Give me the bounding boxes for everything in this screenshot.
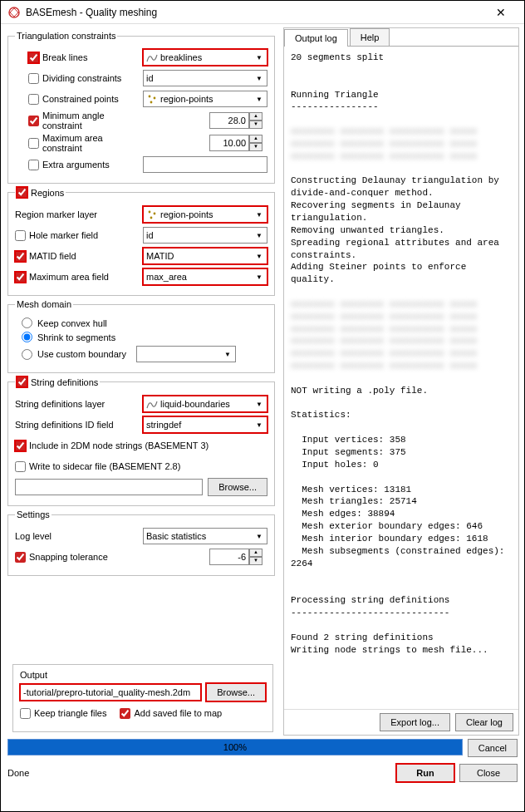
- spin-down-icon[interactable]: ▼: [249, 557, 262, 565]
- string-defs-layer-combo[interactable]: liquid-boundaries ▼: [143, 396, 267, 412]
- regions-checkbox[interactable]: [17, 187, 27, 198]
- snapping-tolerance-checkbox[interactable]: [15, 552, 26, 563]
- progress-bar: 100%: [7, 739, 463, 755]
- constrained-points-checkbox[interactable]: [28, 94, 39, 105]
- spin-up-icon[interactable]: ▲: [249, 112, 262, 121]
- maximum-area-field-checkbox[interactable]: [15, 272, 26, 283]
- maximum-area-field-label[interactable]: Maximum area field: [15, 272, 138, 283]
- chevron-down-icon: ▼: [254, 211, 264, 219]
- point-layer-icon: [146, 209, 158, 220]
- log-level-label: Log level: [15, 531, 138, 541]
- constrained-points-label[interactable]: Constrained points: [15, 94, 138, 105]
- add-saved-file-checkbox[interactable]: [120, 708, 130, 719]
- dividing-constraints-label[interactable]: Dividing constraints: [15, 73, 138, 84]
- triangulation-constraints-group: Triangulation constraints Break lines br…: [7, 31, 275, 184]
- string-defs-layer-label: String definitions layer: [15, 399, 138, 409]
- snapping-tolerance-label[interactable]: Snapping tolerance: [15, 552, 138, 563]
- output-legend: Output: [20, 670, 266, 680]
- settings-group: Settings Log level Basic statistics ▼ Sn…: [7, 509, 275, 576]
- matid-field-label[interactable]: MATID field: [15, 251, 138, 262]
- extra-args-label[interactable]: Extra arguments: [15, 160, 138, 170]
- close-button[interactable]: Close: [459, 764, 518, 782]
- line-layer-icon: [146, 52, 158, 63]
- maximum-area-field-combo[interactable]: max_area ▼: [143, 268, 267, 285]
- chevron-down-icon: ▼: [254, 232, 264, 239]
- sidecar-path-input[interactable]: [15, 479, 203, 495]
- svg-point-5: [154, 213, 156, 215]
- svg-point-2: [154, 97, 156, 100]
- spin-up-icon[interactable]: ▲: [249, 549, 262, 557]
- matid-field-combo[interactable]: MATID ▼: [143, 248, 267, 264]
- output-browse-button[interactable]: Browse...: [206, 683, 266, 701]
- close-icon[interactable]: ✕: [484, 2, 518, 22]
- use-custom-boundary-radio[interactable]: Use custom boundary ▼: [22, 346, 267, 362]
- string-definitions-group: String definitions String definitions la…: [7, 376, 275, 506]
- svg-point-0: [9, 7, 19, 17]
- include-2dm-label[interactable]: Include in 2DM node strings (BASEMENT 3): [15, 440, 209, 451]
- progress-percent: 100%: [223, 742, 247, 752]
- chevron-down-icon: ▼: [254, 401, 264, 408]
- tabs: Output log Help: [284, 28, 518, 47]
- max-area-spinbox[interactable]: ▲▼: [209, 135, 267, 151]
- hole-marker-field-label[interactable]: Hole marker field: [15, 230, 138, 241]
- output-log-pane[interactable]: 20 segments split Running Triangle------…: [284, 47, 518, 709]
- chevron-down-icon: ▼: [223, 351, 233, 358]
- dividing-constraints-checkbox[interactable]: [28, 73, 39, 84]
- min-angle-label[interactable]: Minimum angle constraint: [15, 111, 138, 130]
- break-lines-combo[interactable]: breaklines ▼: [143, 49, 267, 66]
- extra-args-input[interactable]: [143, 156, 267, 173]
- snapping-tolerance-spinbox[interactable]: ▲▼: [209, 549, 267, 565]
- dividing-constraints-combo[interactable]: id ▼: [143, 70, 267, 86]
- string-defs-id-field-combo[interactable]: stringdef ▼: [143, 416, 267, 433]
- write-sidecar-label[interactable]: Write to sidecar file (BASEMENT 2.8): [15, 461, 180, 472]
- add-saved-file-label[interactable]: Add saved file to map: [120, 708, 222, 719]
- keep-triangle-files-checkbox[interactable]: [20, 708, 31, 719]
- max-area-label[interactable]: Maximum area constraint: [15, 133, 138, 153]
- titlebar: BASEmesh - Quality meshing ✕: [1, 1, 524, 24]
- triangulation-legend: Triangulation constraints: [15, 31, 117, 41]
- include-2dm-checkbox[interactable]: [15, 440, 26, 451]
- hole-marker-field-checkbox[interactable]: [15, 230, 26, 241]
- keep-convex-hull-radio[interactable]: Keep convex hull: [22, 317, 267, 328]
- output-path-input[interactable]: [20, 684, 201, 701]
- regions-group: Regions Region marker layer region-point…: [7, 187, 275, 296]
- log-level-combo[interactable]: Basic statistics ▼: [143, 528, 267, 544]
- chevron-down-icon: ▼: [254, 273, 264, 281]
- svg-point-3: [150, 101, 153, 104]
- spin-down-icon[interactable]: ▼: [249, 121, 262, 129]
- run-button[interactable]: Run: [396, 764, 454, 782]
- regions-legend[interactable]: Regions: [17, 187, 64, 198]
- break-lines-label[interactable]: Break lines: [15, 52, 138, 63]
- keep-triangle-files-label[interactable]: Keep triangle files: [20, 708, 106, 719]
- cancel-button[interactable]: Cancel: [468, 739, 518, 757]
- svg-point-1: [149, 96, 151, 98]
- break-lines-checkbox[interactable]: [28, 52, 39, 63]
- sidecar-browse-button[interactable]: Browse...: [208, 478, 267, 496]
- string-definitions-legend[interactable]: String definitions: [17, 376, 98, 387]
- export-log-button[interactable]: Export log...: [380, 713, 450, 731]
- shrink-to-segments-radio[interactable]: Shrink to segments: [22, 332, 267, 342]
- matid-field-checkbox[interactable]: [15, 251, 26, 262]
- string-definitions-checkbox[interactable]: [17, 376, 27, 387]
- region-marker-layer-combo[interactable]: region-points ▼: [143, 206, 267, 223]
- write-sidecar-checkbox[interactable]: [15, 461, 26, 472]
- clear-log-button[interactable]: Clear log: [455, 713, 513, 731]
- chevron-down-icon: ▼: [254, 75, 264, 82]
- chevron-down-icon: ▼: [254, 54, 264, 62]
- extra-args-checkbox[interactable]: [28, 160, 39, 170]
- hole-marker-field-combo[interactable]: id ▼: [143, 227, 267, 244]
- output-group: Output Browse... Keep triangle files Add…: [12, 664, 273, 732]
- tab-output-log[interactable]: Output log: [284, 29, 348, 47]
- max-area-checkbox[interactable]: [28, 138, 39, 149]
- window-title: BASEmesh - Quality meshing: [26, 7, 484, 18]
- spin-up-icon[interactable]: ▲: [249, 135, 262, 143]
- tab-help[interactable]: Help: [350, 28, 390, 46]
- chevron-down-icon: ▼: [254, 253, 264, 260]
- min-angle-checkbox[interactable]: [28, 116, 39, 126]
- min-angle-spinbox[interactable]: ▲▼: [209, 112, 267, 129]
- app-icon: [7, 6, 21, 19]
- constrained-points-combo[interactable]: region-points ▼: [143, 91, 267, 107]
- line-layer-icon: [146, 398, 158, 410]
- spin-down-icon[interactable]: ▼: [249, 143, 262, 151]
- custom-boundary-combo[interactable]: ▼: [136, 346, 236, 362]
